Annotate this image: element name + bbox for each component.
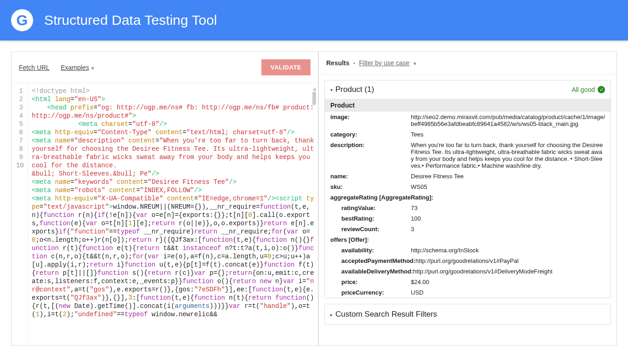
data-row: acceptedPaymentMethod:http://purl.org/go… xyxy=(325,256,611,266)
line-gutter: 12345678910 xyxy=(12,83,28,345)
data-row: category:Tees xyxy=(325,129,611,140)
custom-filters-section[interactable]: ▸ Custom Search Result Filters xyxy=(324,304,611,325)
data-row: priceCurrency:USD xyxy=(325,287,611,298)
chevron-down-icon: ▼ xyxy=(413,61,417,66)
main-container: Fetch URL Examples▼ VALIDATE 12345678910… xyxy=(0,40,628,357)
status-badge: All good ✓ xyxy=(571,86,605,93)
fetch-url-link[interactable]: Fetch URL xyxy=(19,64,50,71)
data-row: image:http://seo2.demo.mirasvit.com/pub/… xyxy=(325,112,611,129)
product-section-header[interactable]: ▾ Product (1) All good ✓ xyxy=(325,80,611,99)
data-row: availability:http://schema.org/InStock xyxy=(325,245,611,256)
data-row: description:When you're too far to turn … xyxy=(325,140,611,171)
data-row: bestRating:100 xyxy=(325,213,611,224)
data-row: name:Desiree Fitness Tee xyxy=(325,171,611,182)
examples-dropdown[interactable]: Examples▼ xyxy=(61,63,95,72)
check-icon: ✓ xyxy=(598,86,605,93)
product-section: ▾ Product (1) All good ✓ Product image:h… xyxy=(324,80,611,298)
data-row: ratingValue:73 xyxy=(325,203,611,213)
data-row: sku:WS05 xyxy=(325,182,611,192)
scrollbar[interactable] xyxy=(312,87,317,105)
filter-dropdown[interactable]: Filter by use case ▼ xyxy=(359,59,417,67)
code-editor[interactable]: 12345678910 <!doctype html> <html lang="… xyxy=(12,83,318,345)
results-header: Results - Filter by use case ▼ xyxy=(319,52,616,74)
app-header: G Structured Data Testing Tool xyxy=(0,0,628,40)
code-panel: Fetch URL Examples▼ VALIDATE 12345678910… xyxy=(11,51,318,346)
data-row: reviewCount:3 xyxy=(325,224,611,234)
results-panel: Results - Filter by use case ▼ ▾ Product… xyxy=(318,51,617,346)
caret-right-icon: ▸ xyxy=(330,312,333,317)
data-row: availableDeliveryMethod:http://purl.org/… xyxy=(325,266,611,277)
caret-down-icon: ▾ xyxy=(330,87,333,92)
aggregate-rating-header: aggregateRating [AggregateRating]: xyxy=(325,192,611,203)
offers-header: offers [Offer]: xyxy=(325,234,611,245)
google-logo: G xyxy=(11,9,33,31)
page-title: Structured Data Testing Tool xyxy=(44,12,217,28)
validate-button[interactable]: VALIDATE xyxy=(261,59,311,75)
code-content[interactable]: <!doctype html> <html lang="en-US"> <hea… xyxy=(28,83,318,345)
data-row: price:$24.00 xyxy=(325,277,611,287)
code-toolbar: Fetch URL Examples▼ VALIDATE xyxy=(12,52,318,83)
chevron-down-icon: ▼ xyxy=(90,66,95,71)
product-type-header: Product xyxy=(325,99,611,112)
results-label: Results xyxy=(326,59,350,67)
